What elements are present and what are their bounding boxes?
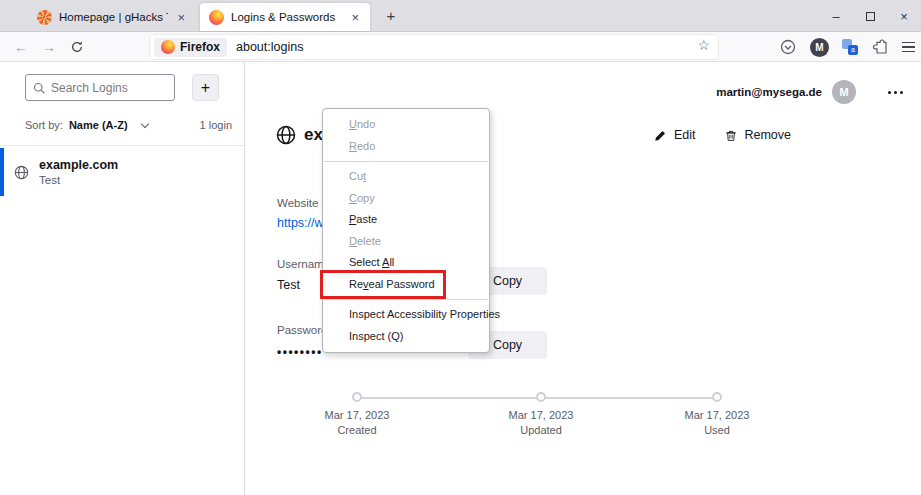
- globe-icon: [14, 165, 29, 180]
- chevron-down-icon: [140, 119, 148, 127]
- fxa-account-row: martin@mysega.de M: [716, 80, 903, 104]
- timeline-milestone-created: Mar 17, 2023Created: [287, 392, 427, 436]
- maximize-icon: [866, 12, 875, 21]
- add-login-button[interactable]: +: [192, 74, 219, 101]
- remove-label: Remove: [744, 128, 791, 142]
- extensions-puzzle-icon[interactable]: [871, 38, 889, 56]
- identity-chip-label: Firefox: [180, 40, 220, 54]
- maximize-button[interactable]: [853, 0, 887, 32]
- password-label: Password: [277, 324, 328, 336]
- tab-strip: Homepage | gHacks Technolog × Logins & P…: [0, 0, 921, 32]
- pocket-icon[interactable]: [779, 38, 797, 56]
- tab-ghacks[interactable]: Homepage | gHacks Technolog ×: [28, 3, 196, 31]
- tab-close-icon[interactable]: ×: [349, 10, 361, 25]
- account-avatar[interactable]: M: [832, 80, 856, 104]
- login-item-title: example.com: [39, 158, 118, 172]
- firefox-favicon-icon: [209, 10, 224, 25]
- edit-button[interactable]: Edit: [654, 128, 696, 142]
- menu-hamburger-icon[interactable]: [902, 42, 915, 53]
- account-avatar[interactable]: M: [810, 38, 829, 57]
- timeline-dot-icon: [712, 392, 722, 402]
- login-count: 1 login: [200, 119, 232, 131]
- timeline-dot-icon: [536, 392, 546, 402]
- menu-separator: [324, 161, 488, 162]
- globe-icon: [276, 125, 296, 145]
- browser-window: Homepage | gHacks Technolog × Logins & P…: [0, 0, 921, 495]
- login-timeline: Mar 17, 2023CreatedMar 17, 2023UpdatedMa…: [246, 392, 921, 472]
- menu-item-redo[interactable]: Redo: [323, 136, 489, 158]
- annotation-highlight-rect: [320, 270, 446, 299]
- menu-item-delete[interactable]: Delete: [323, 231, 489, 253]
- firefox-logo-icon: [161, 40, 175, 54]
- login-item-subtitle: Test: [39, 174, 118, 186]
- sidebar-divider: [0, 145, 244, 146]
- timeline-date: Mar 17, 2023: [647, 409, 787, 421]
- timeline-label: Used: [647, 424, 787, 436]
- tab-title: Homepage | gHacks Technolog: [59, 11, 168, 23]
- menu-item-inspect-accessibility-properties[interactable]: Inspect Accessibility Properties: [323, 304, 489, 326]
- timeline-dot-icon: [352, 392, 362, 402]
- timeline-label: Created: [287, 424, 427, 436]
- toolbar-right-icons: M a: [779, 32, 915, 62]
- remove-button[interactable]: Remove: [725, 128, 791, 142]
- sort-by-label: Sort by:: [25, 119, 63, 131]
- timeline-date: Mar 17, 2023: [287, 409, 427, 421]
- search-box[interactable]: [25, 74, 175, 101]
- search-input[interactable]: [51, 81, 161, 95]
- window-controls: – ×: [819, 0, 921, 32]
- menu-item-paste[interactable]: Paste: [323, 209, 489, 231]
- sort-select[interactable]: Name (A-Z): [69, 119, 128, 131]
- close-button[interactable]: ×: [887, 0, 921, 32]
- timeline-milestone-updated: Mar 17, 2023Updated: [471, 392, 611, 436]
- minimize-button[interactable]: –: [819, 0, 853, 32]
- sort-row: Sort by: Name (A-Z) 1 login: [25, 117, 232, 133]
- context-menu: UndoRedoCutCopyPasteDeleteSelect AllReve…: [322, 108, 490, 353]
- menu-item-inspect-q[interactable]: Inspect (Q): [323, 326, 489, 348]
- pencil-icon: [654, 129, 667, 142]
- tab-title: Logins & Passwords: [231, 11, 342, 23]
- login-actions: Edit Remove: [654, 128, 791, 142]
- menu-separator: [324, 299, 488, 300]
- forward-button[interactable]: →: [36, 32, 62, 62]
- reload-button[interactable]: [64, 32, 90, 62]
- url-bar[interactable]: Firefox about:logins ☆: [150, 35, 718, 59]
- search-icon: [33, 82, 45, 94]
- tab-logins-passwords[interactable]: Logins & Passwords ×: [200, 3, 370, 31]
- account-email: martin@mysega.de: [716, 86, 822, 98]
- username-value[interactable]: Test: [277, 278, 300, 292]
- timeline-label: Updated: [471, 424, 611, 436]
- trash-icon: [725, 129, 737, 142]
- tab-close-icon[interactable]: ×: [175, 10, 187, 25]
- bookmark-star-icon[interactable]: ☆: [697, 37, 710, 53]
- url-text: about:logins: [236, 40, 303, 54]
- translate-icon[interactable]: a: [842, 39, 858, 55]
- identity-chip: Firefox: [154, 38, 227, 57]
- edit-label: Edit: [674, 128, 696, 142]
- menu-item-copy[interactable]: Copy: [323, 188, 489, 210]
- timeline-date: Mar 17, 2023: [471, 409, 611, 421]
- login-list-item[interactable]: example.com Test: [0, 148, 244, 196]
- logins-sidebar: + Sort by: Name (A-Z) 1 login example.co…: [0, 62, 245, 495]
- navigation-toolbar: ← → Firefox about:logins ☆ M a: [0, 32, 921, 62]
- more-options-icon[interactable]: [888, 91, 903, 94]
- timeline-milestone-used: Mar 17, 2023Used: [647, 392, 787, 436]
- reload-icon: [70, 40, 84, 54]
- back-button[interactable]: ←: [8, 32, 34, 62]
- ghacks-favicon-icon: [37, 10, 52, 25]
- menu-item-undo[interactable]: Undo: [323, 114, 489, 136]
- password-masked-value[interactable]: ••••••••: [277, 345, 323, 359]
- new-tab-button[interactable]: +: [380, 6, 402, 28]
- menu-item-cut[interactable]: Cut: [323, 166, 489, 188]
